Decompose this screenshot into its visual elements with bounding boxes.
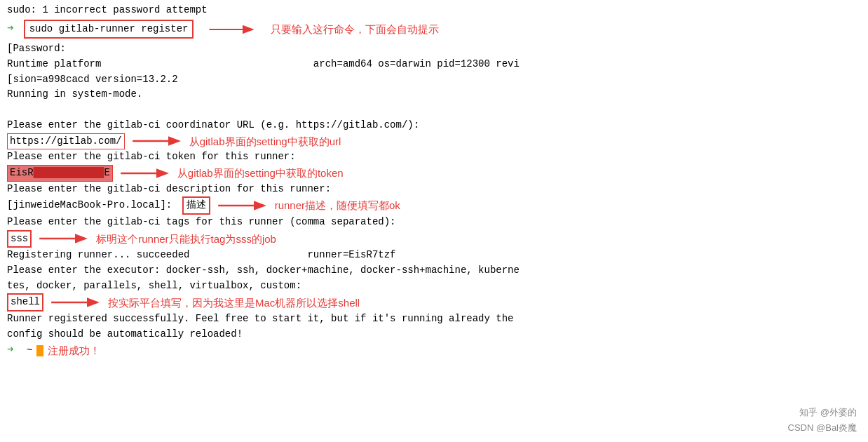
- line-registered-success: Runner registered successfully. Feel fre…: [7, 312, 861, 327]
- line-runtime: Runtime platform arch=amd64 os=darwin pi…: [7, 57, 861, 72]
- url-arrow: [129, 133, 185, 149]
- cmd-annotation: 只要输入这行命令，下面会自动提示: [271, 21, 439, 37]
- success-row: ➜ ~ 注册成功！: [7, 342, 861, 359]
- desc-highlighted: 描述: [182, 196, 210, 215]
- line-url-prompt: Please enter the gitlab-ci coordinator U…: [7, 118, 861, 133]
- token-prompt-text: Please enter the gitlab-ci token for thi…: [7, 149, 296, 165]
- line-config-reload: config should be automatically reloaded!: [7, 327, 861, 342]
- password-text: [Password:: [7, 41, 66, 57]
- executor-types-text: tes, docker, parallels, shell, virtualbo…: [7, 279, 301, 294]
- config-reload-text: config should be automatically reloaded!: [7, 327, 243, 342]
- top-hint-line: sudo: 1 incorrect password attempt: [7, 3, 861, 18]
- line-registering: Registering runner... succeeded runner=E…: [7, 248, 861, 263]
- line-executor-types: tes, docker, parallels, shell, virtualbo…: [7, 279, 861, 294]
- shell-highlighted: shell: [7, 293, 43, 312]
- token-annotation: 从gitlab界面的setting中获取的token: [177, 165, 344, 181]
- terminal-content: [Password: Runtime platform arch=amd64 o…: [0, 41, 868, 362]
- top-hint-text: sudo: 1 incorrect password attempt: [7, 3, 208, 18]
- tag-arrow: [36, 231, 92, 246]
- url-annotation: 从gitlab界面的setting中获取的url: [189, 133, 341, 149]
- success-tilde: ~: [21, 343, 33, 359]
- line-executor-prompt: Please enter the executor: docker-ssh, s…: [7, 263, 861, 279]
- running-text: Running in system-mode.: [7, 87, 142, 102]
- executor-prompt-text: Please enter the executor: docker-ssh, s…: [7, 263, 520, 279]
- tags-annotation: 标明这个runner只能执行tag为sss的job: [96, 231, 276, 247]
- token-arrow: [117, 166, 173, 181]
- cmd-arrow: [201, 21, 264, 38]
- line-running: Running in system-mode.: [7, 87, 861, 102]
- desc-annotation: runner描述，随便填写都ok: [275, 197, 400, 213]
- watermark: 知乎 @外婆的 CSDN @Bal炎魔: [788, 406, 857, 435]
- shell-arrow: [48, 295, 104, 310]
- line-password: [Password:: [7, 41, 861, 57]
- registering-text: Registering runner... succeeded runner=E…: [7, 248, 396, 263]
- cmd-row: ➜ sudo gitlab-runner register 只要输入这行命令，下…: [7, 18, 861, 41]
- prompt-arrow: ➜: [7, 20, 14, 38]
- success-text: 注册成功！: [48, 342, 100, 359]
- success-prompt-arrow: ➜: [7, 342, 14, 359]
- terminal-window: sudo: 1 incorrect password attempt ➜ sud…: [0, 0, 868, 442]
- tag-highlighted: sss: [7, 230, 32, 248]
- line-token-prompt: Please enter the gitlab-ci token for thi…: [7, 149, 861, 165]
- desc-prompt-text: Please enter the gitlab-ci description f…: [7, 182, 331, 197]
- sion-text: [sion=a998cacd version=13.2.2: [7, 72, 178, 88]
- tags-annotation-row: sss 标明这个runner只能执行tag为sss的job: [7, 230, 861, 248]
- token-annotation-row: EisR████████████E 从gitlab界面的setting中获取的t…: [7, 165, 861, 182]
- watermark-zhihu: 知乎 @外婆的: [799, 406, 857, 420]
- blank1: [7, 102, 861, 118]
- tags-prompt-text: Please enter the gitlab-ci tags for this…: [7, 215, 396, 230]
- shell-annotation: 按实际平台填写，因为我这里是Mac机器所以选择shell: [108, 295, 360, 311]
- desc-arrow: [215, 198, 271, 213]
- runtime-text: Runtime platform arch=amd64 os=darwin pi…: [7, 57, 520, 72]
- cursor-block: [36, 345, 43, 356]
- cmd-text: sudo gitlab-runner register: [29, 23, 189, 34]
- line-desc-prompt: Please enter the gitlab-ci description f…: [7, 182, 861, 197]
- registered-success-text: Runner registered successfully. Feel fre…: [7, 312, 514, 327]
- desc-annotation-row: [jinweideMacBook-Pro.local]: 描述 runner描述…: [7, 196, 861, 215]
- line-tags-prompt: Please enter the gitlab-ci tags for this…: [7, 215, 861, 230]
- url-highlighted: https://gitlab.com/: [7, 133, 125, 150]
- desc-prefix: [jinweideMacBook-Pro.local]:: [7, 198, 178, 213]
- line-sion: [sion=a998cacd version=13.2.2: [7, 72, 861, 88]
- url-annotation-row: https://gitlab.com/ 从gitlab界面的setting中获取…: [7, 133, 861, 150]
- cmd-box: sudo gitlab-runner register: [24, 20, 194, 39]
- watermark-csdn: CSDN @Bal炎魔: [788, 421, 857, 435]
- shell-annotation-row: shell 按实际平台填写，因为我这里是Mac机器所以选择shell: [7, 293, 861, 312]
- url-prompt-text: Please enter the gitlab-ci coordinator U…: [7, 118, 419, 133]
- token-highlighted: EisR████████████E: [7, 165, 113, 182]
